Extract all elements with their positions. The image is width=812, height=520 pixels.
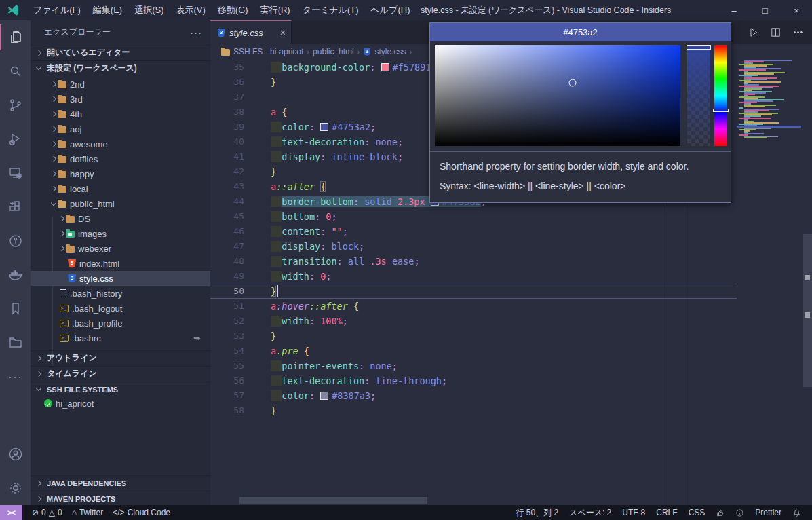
circle-branch-icon[interactable]	[0, 224, 31, 258]
tree-item-public-html[interactable]: public_html	[31, 196, 210, 211]
menu-item-0[interactable]: ファイル(F)	[27, 0, 87, 20]
search-icon[interactable]	[0, 54, 31, 88]
tree-item--bash-logout[interactable]: >_.bash_logout	[31, 301, 210, 316]
horizontal-scrollbar[interactable]	[239, 497, 427, 504]
code-line-56[interactable]: 56 text-decoration: line-through;	[210, 373, 737, 388]
code-line-45[interactable]: 45 bottom: 0;	[210, 209, 737, 224]
code-line-52[interactable]: 52 width: 100%;	[210, 314, 737, 329]
indentation-setting[interactable]: スペース: 2	[564, 505, 617, 520]
tree-item-index-html[interactable]: 5index.html	[31, 256, 210, 271]
tree-item-4th[interactable]: 4th	[31, 107, 210, 122]
close-button[interactable]: ×	[781, 0, 812, 20]
explorer-more-actions-icon[interactable]: ···	[190, 26, 202, 38]
tab-close-icon[interactable]: ×	[280, 27, 286, 38]
timeline-section[interactable]: タイムライン	[31, 366, 210, 381]
menu-item-2[interactable]: 選択(S)	[128, 0, 170, 20]
vertical-scrollbar[interactable]	[803, 234, 812, 387]
code-line-48[interactable]: 48 transition: all .3s ease;	[210, 254, 737, 269]
menu-item-6[interactable]: ターミナル(T)	[296, 0, 365, 20]
tree-item--bash-profile[interactable]: >_.bash_profile	[31, 316, 210, 331]
tree-item--bash-history[interactable]: .bash_history	[31, 286, 210, 301]
more-views-icon[interactable]: ···	[0, 360, 31, 394]
code-line-54[interactable]: 54a.pre {	[210, 343, 737, 358]
minimize-button[interactable]: –	[718, 0, 750, 20]
feedback-thumbsup-icon[interactable]	[710, 505, 730, 520]
code-line-47[interactable]: 47 display: block;	[210, 239, 737, 254]
minimap[interactable]	[737, 60, 801, 505]
tab-style-css[interactable]: 3 style.css ×	[210, 20, 292, 44]
workspace-section[interactable]: 未設定 (ワークスペース)	[31, 60, 210, 75]
code-line-50[interactable]: 50}	[210, 284, 737, 299]
code-line-58[interactable]: 58}	[210, 403, 737, 418]
editor-more-actions-icon[interactable]	[792, 26, 804, 38]
account-icon[interactable]	[0, 437, 31, 471]
cursor-position[interactable]: 行 50、列 2	[510, 505, 564, 520]
menu-item-4[interactable]: 移動(G)	[212, 0, 254, 20]
menu-item-5[interactable]: 実行(R)	[254, 0, 296, 20]
breadcrumb-root[interactable]: SSH FS - hi-apricot	[233, 47, 303, 56]
tree-item-2nd[interactable]: 2nd	[31, 77, 210, 92]
hue-slider[interactable]	[713, 109, 729, 112]
tree-item--bashrc[interactable]: >_.bashrc➥	[31, 331, 210, 346]
docker-icon[interactable]	[0, 258, 31, 292]
source-control-icon[interactable]	[0, 88, 31, 122]
cloud-code-item[interactable]: </> Cloud Code	[113, 505, 170, 520]
color-swatch[interactable]	[320, 392, 328, 400]
settings-gear-icon[interactable]	[0, 471, 31, 505]
open-editors-section[interactable]: 開いているエディター	[31, 45, 210, 60]
saturation-cursor[interactable]	[568, 79, 576, 86]
breadcrumb-folder[interactable]: public_html	[313, 47, 354, 56]
tree-item-aoj[interactable]: aoj	[31, 122, 210, 136]
run-file-icon[interactable]	[748, 26, 759, 38]
extensions-icon[interactable]	[0, 190, 31, 224]
code-line-53[interactable]: 53}	[210, 329, 737, 343]
ssh-host-item[interactable]: hi_apricot	[31, 396, 210, 411]
code-line-46[interactable]: 46 content: "";	[210, 224, 737, 239]
tree-item-dotfiles[interactable]: dotfiles	[31, 151, 210, 166]
split-editor-icon[interactable]	[770, 26, 781, 38]
explorer-icon[interactable]	[0, 20, 31, 54]
run-debug-icon[interactable]	[0, 122, 31, 156]
encoding-setting[interactable]: UTF-8	[617, 505, 651, 520]
remote-explorer-icon[interactable]	[0, 156, 31, 190]
code-line-55[interactable]: 55 pointer-events: none;	[210, 358, 737, 373]
opacity-slider[interactable]	[687, 45, 711, 50]
bookmark-icon[interactable]	[0, 292, 31, 326]
formatter-item[interactable]: Prettier	[750, 505, 787, 520]
menu-item-7[interactable]: ヘルプ(H)	[365, 0, 417, 20]
language-mode[interactable]: CSS	[683, 505, 711, 520]
shell-icon: >_	[60, 320, 69, 327]
tree-item-local[interactable]: local	[31, 181, 210, 196]
tree-item-DS[interactable]: DS	[31, 211, 210, 226]
color-swatch[interactable]	[320, 123, 328, 131]
opacity-strip[interactable]	[687, 45, 710, 146]
menu-item-1[interactable]: 編集(E)	[87, 0, 128, 20]
twitter-item[interactable]: ⌂ Twitter	[72, 505, 104, 520]
tree-item-images[interactable]: images	[31, 226, 210, 241]
hue-strip[interactable]	[714, 45, 727, 146]
menu-item-3[interactable]: 表示(V)	[170, 0, 212, 20]
problems-indicator[interactable]: ⊘ 0 △ 0	[32, 505, 62, 520]
tree-item-style-css[interactable]: 3style.css	[31, 271, 210, 286]
eol-setting[interactable]: CRLF	[651, 505, 682, 520]
java-dependencies-section[interactable]: JAVA DEPENDENCIES	[31, 475, 210, 490]
breadcrumb-file[interactable]: style.css	[374, 47, 406, 56]
maximize-button[interactable]: □	[750, 0, 781, 20]
code-line-51[interactable]: 51a:hover::after {	[210, 299, 737, 314]
color-swatch[interactable]	[381, 63, 389, 71]
color-picker-hex[interactable]: #4753a2	[430, 23, 731, 41]
saturation-box[interactable]	[435, 45, 680, 146]
tree-item-happy[interactable]: happy	[31, 166, 210, 181]
maven-projects-section[interactable]: MAVEN PROJECTS	[31, 491, 210, 506]
tree-item-3rd[interactable]: 3rd	[31, 92, 210, 107]
code-line-57[interactable]: 57 color: #8387a3;	[210, 388, 737, 403]
tree-item-awesome[interactable]: awesome	[31, 136, 210, 151]
remote-indicator[interactable]: ><	[0, 505, 22, 520]
notifications-bell-icon[interactable]	[787, 505, 807, 520]
outline-section[interactable]: アウトライン	[31, 350, 210, 365]
ssh-file-systems-section[interactable]: SSH FILE SYSTEMS	[31, 382, 210, 396]
tree-item-webexer[interactable]: webexer	[31, 241, 210, 256]
project-folder-icon[interactable]	[0, 326, 31, 360]
code-line-49[interactable]: 49 width: 0;	[210, 269, 737, 284]
info-icon[interactable]	[730, 505, 750, 520]
